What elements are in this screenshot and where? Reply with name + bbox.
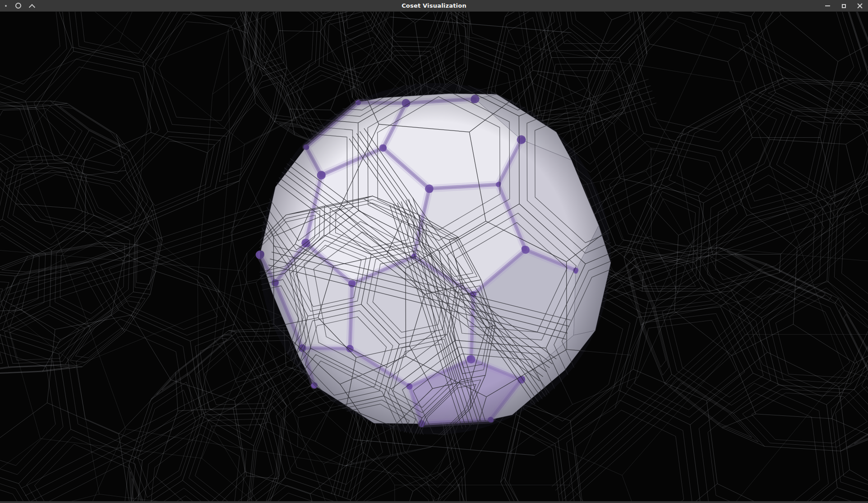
titlebar-left-icons: [5, 2, 34, 9]
viewport-3d[interactable]: [0, 12, 868, 501]
minimize-button[interactable]: [824, 2, 831, 9]
record-circle-icon[interactable]: [15, 3, 21, 9]
close-button[interactable]: [856, 2, 863, 9]
app-window: Coset Visualization: [0, 0, 868, 503]
window-bottom-border: [0, 501, 868, 503]
minimize-icon: [825, 5, 830, 6]
maximize-icon: [842, 4, 846, 8]
maximize-button[interactable]: [840, 2, 847, 9]
app-dot-icon[interactable]: [5, 5, 7, 7]
titlebar: Coset Visualization: [0, 0, 868, 12]
window-title: Coset Visualization: [0, 2, 868, 9]
chevron-up-icon[interactable]: [29, 4, 35, 10]
window-controls: [824, 0, 863, 12]
